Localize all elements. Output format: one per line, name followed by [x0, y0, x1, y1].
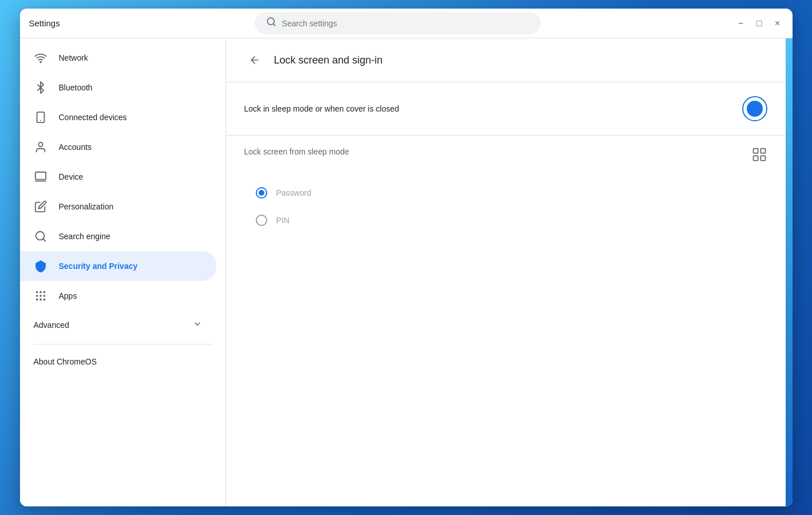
svg-point-17 — [39, 299, 42, 301]
search-bar-container — [60, 12, 735, 34]
minimize-button[interactable]: − — [735, 18, 747, 29]
shield-icon — [34, 259, 47, 273]
maximize-button[interactable]: □ — [754, 18, 765, 29]
person-icon — [34, 140, 47, 154]
edit-icon — [34, 200, 47, 213]
app-title: Settings — [29, 18, 60, 28]
search-icon — [266, 17, 276, 30]
sidebar-divider — [34, 344, 212, 344]
svg-rect-6 — [35, 172, 45, 180]
search-bar[interactable] — [255, 12, 541, 34]
settings-window: Settings − □ × — [20, 9, 793, 506]
svg-point-5 — [38, 142, 42, 146]
sidebar-item-device[interactable]: Device — [20, 162, 216, 192]
phone-icon — [34, 110, 47, 124]
svg-point-18 — [43, 299, 45, 301]
content-header: Lock screen and sign-in — [226, 38, 786, 82]
svg-point-11 — [39, 291, 42, 294]
sleep-mode-header: Lock screen from sleep mode — [244, 147, 767, 168]
grid-display-icon — [751, 146, 767, 166]
sidebar-item-apps[interactable]: Apps — [20, 281, 216, 311]
laptop-icon — [34, 170, 47, 184]
back-button[interactable] — [244, 50, 265, 70]
sidebar-item-bluetooth[interactable]: Bluetooth — [20, 73, 216, 102]
sidebar-item-label: Network — [59, 53, 88, 62]
svg-point-16 — [35, 299, 38, 301]
svg-point-10 — [35, 291, 38, 294]
sidebar-item-label: Device — [59, 172, 84, 181]
chevron-down-icon — [192, 319, 203, 331]
sidebar-item-network[interactable]: Network — [20, 43, 216, 73]
pin-label: PIN — [276, 216, 290, 225]
toggle-outer — [742, 96, 767, 121]
titlebar: Settings − □ × — [20, 9, 793, 38]
svg-point-14 — [39, 295, 42, 297]
wifi-icon — [34, 51, 47, 65]
svg-point-12 — [43, 291, 45, 294]
sidebar-item-label: Personalization — [59, 202, 114, 211]
main-content: Network Bluetooth Con — [20, 38, 793, 506]
lock-sleep-row: Lock in sleep mode or when cover is clos… — [226, 82, 786, 136]
sleep-mode-label: Lock screen from sleep mode — [244, 147, 350, 156]
page-title: Lock screen and sign-in — [274, 54, 383, 66]
password-option[interactable]: Password — [244, 179, 767, 207]
content-panel: Lock screen and sign-in Lock in sleep mo… — [226, 38, 786, 506]
sidebar-item-label: Search engine — [59, 232, 110, 241]
lock-sleep-label: Lock in sleep mode or when cover is clos… — [244, 104, 399, 113]
svg-line-9 — [43, 239, 45, 241]
close-button[interactable]: × — [772, 18, 783, 29]
window-controls: − □ × — [735, 18, 783, 29]
right-edge-decoration — [786, 38, 793, 506]
search-input[interactable] — [282, 19, 529, 28]
sidebar-item-advanced[interactable]: Advanced — [20, 311, 216, 339]
password-label: Password — [276, 188, 311, 197]
toggle-inner — [747, 101, 763, 117]
sidebar-item-label: Accounts — [59, 142, 92, 152]
svg-rect-20 — [753, 149, 758, 153]
sidebar-item-about-chromeos[interactable]: About ChromeOS — [20, 349, 225, 374]
sidebar-item-label: Connected devices — [59, 113, 127, 122]
svg-point-15 — [43, 295, 45, 297]
svg-rect-23 — [760, 156, 765, 160]
sidebar: Network Bluetooth Con — [20, 38, 226, 506]
bluetooth-icon — [34, 81, 47, 94]
svg-rect-22 — [753, 156, 758, 160]
sidebar-item-label: Bluetooth — [59, 83, 93, 92]
svg-rect-3 — [37, 112, 44, 122]
lock-sleep-toggle[interactable] — [742, 96, 767, 121]
sidebar-item-label: Security and Privacy — [59, 262, 138, 271]
apps-icon — [34, 289, 47, 303]
lock-from-sleep-section: Lock screen from sleep mode — [226, 136, 786, 245]
pin-option[interactable]: PIN — [244, 207, 767, 234]
sidebar-item-search-engine[interactable]: Search engine — [20, 221, 216, 251]
svg-point-2 — [40, 61, 41, 62]
sidebar-item-security-privacy[interactable]: Security and Privacy — [20, 251, 216, 281]
sidebar-item-accounts[interactable]: Accounts — [20, 132, 216, 162]
sidebar-item-personalization[interactable]: Personalization — [20, 192, 216, 221]
svg-point-13 — [35, 295, 38, 297]
sidebar-item-label: Apps — [59, 291, 77, 300]
sidebar-item-connected-devices[interactable]: Connected devices — [20, 102, 216, 132]
about-label: About ChromeOS — [34, 357, 97, 366]
svg-rect-21 — [760, 149, 765, 153]
search-nav-icon — [34, 229, 47, 243]
pin-radio[interactable] — [256, 215, 267, 226]
svg-line-1 — [273, 23, 275, 25]
password-radio-inner — [259, 190, 264, 196]
password-radio[interactable] — [256, 187, 267, 199]
advanced-label: Advanced — [34, 320, 69, 330]
